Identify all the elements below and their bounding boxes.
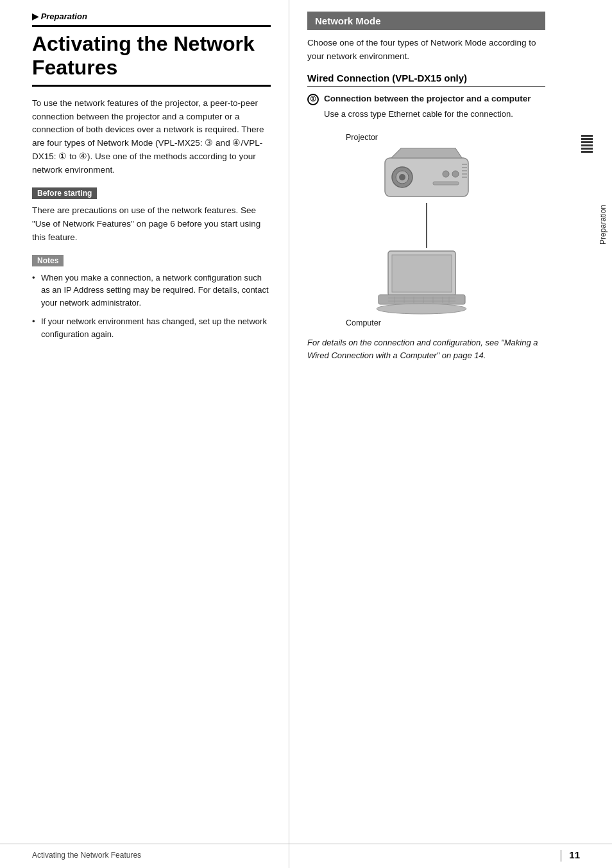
connection-cable xyxy=(426,203,427,248)
svg-point-4 xyxy=(399,174,405,180)
sidebar-label: Preparation xyxy=(594,161,612,289)
footer-italic-text: For details on the connection and config… xyxy=(307,336,545,361)
bottom-bar: Activating the Network Features 11 xyxy=(0,844,612,868)
connection-text: Use a cross type Ethernet cable for the … xyxy=(324,108,545,121)
computer-label: Computer xyxy=(346,318,381,327)
svg-rect-15 xyxy=(378,295,465,304)
circle-number: ① xyxy=(307,94,319,105)
page-title: Activating the Network Features xyxy=(32,25,271,87)
svg-point-25 xyxy=(377,304,466,314)
before-starting-text: There are precautions on use of the netw… xyxy=(32,204,271,245)
wired-connection-heading: Wired Connection (VPL-DX15 only) xyxy=(307,73,545,87)
page-number: 11 xyxy=(569,849,580,860)
svg-rect-14 xyxy=(392,255,452,292)
intro-text: To use the network features of the proje… xyxy=(32,97,271,178)
note-item-2: If your network environment has changed,… xyxy=(32,315,271,340)
page-number-area: 11 xyxy=(556,849,580,862)
note-item-1: When you make a connection, a network co… xyxy=(32,272,271,309)
network-mode-header: Network Mode xyxy=(307,12,545,30)
page-divider xyxy=(561,850,561,862)
computer-icon xyxy=(375,248,478,318)
footer-text: Activating the Network Features xyxy=(32,851,141,860)
numbered-item-1: ① Connection between the projector and a… xyxy=(307,93,545,120)
network-mode-text: Choose one of the four types of Network … xyxy=(307,37,545,64)
before-starting-badge: Before starting xyxy=(32,187,97,199)
notes-list: When you make a connection, a network co… xyxy=(32,272,271,341)
svg-rect-7 xyxy=(433,182,459,185)
connection-title: Connection between the projector and a c… xyxy=(324,93,545,105)
projector-icon xyxy=(375,142,478,203)
notes-badge: Notes xyxy=(32,255,64,266)
svg-point-6 xyxy=(452,171,459,177)
breadcrumb: Preparation xyxy=(32,12,271,21)
diagram: Projector xyxy=(307,133,545,327)
projector-label: Projector xyxy=(346,133,378,142)
sidebar-decoration xyxy=(581,135,593,154)
svg-point-5 xyxy=(443,171,449,177)
svg-marker-1 xyxy=(391,148,462,158)
